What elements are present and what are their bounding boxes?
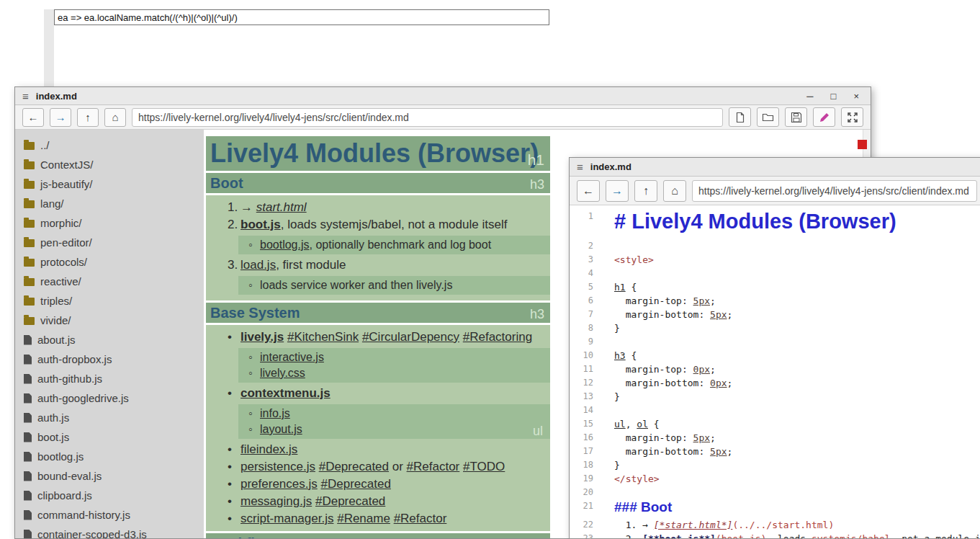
back-button[interactable]: ← [577,180,600,202]
editor-line[interactable]: 17 margin-bottom: 5px; [570,445,980,458]
back-button[interactable]: ← [22,108,44,127]
md-link[interactable]: interactive.js [260,351,324,363]
editor-line[interactable]: 7 margin-bottom: 5px; [570,308,980,321]
sidebar-item-container-scoped-d3-js[interactable]: container-scoped-d3.js [24,525,204,538]
forward-button[interactable]: → [606,180,629,202]
editor-line[interactable]: 3<style> [570,253,980,267]
md-list: •lively.js #KitchenSink #CircularDepency… [206,325,550,531]
close-button[interactable]: × [853,92,859,101]
editor-line[interactable]: 8} [570,321,980,335]
md-link[interactable]: #Deprecated [319,460,389,473]
md-link[interactable]: messaging.js [240,494,312,508]
home-button[interactable]: ⌂ [104,108,126,127]
line-number: 5 [570,280,604,294]
md-link[interactable]: fileindex.js [240,442,297,456]
sidebar-item-parent[interactable]: ../ [24,135,204,155]
editor-line[interactable]: 16 margin-top: 5px; [570,431,980,445]
md-link[interactable]: start.html [256,200,307,214]
code-editor[interactable]: 1# Lively4 Modules (Browser)23<style>45h… [570,205,980,538]
line-number: 23 [570,532,604,538]
md-link[interactable]: #Rename [337,512,390,525]
minimize-button[interactable]: ─ [806,92,813,101]
red-marker [858,140,867,149]
save-button[interactable] [785,107,807,127]
menu-icon[interactable]: ≡ [577,161,583,173]
sidebar-item-lang[interactable]: lang/ [24,194,204,213]
editor-line[interactable]: 4 [570,267,980,280]
forward-button[interactable]: → [50,108,71,127]
md-link[interactable]: #KitchenSink [287,330,359,344]
md-link[interactable]: #Deprecated [315,494,385,508]
sidebar-item-triples[interactable]: triples/ [24,291,204,311]
browser-window-right: ≡ index.md ← → ↑ ⌂ 1# Lively4 Modules (B… [569,157,980,539]
md-link[interactable]: bootlog.js [260,239,310,251]
titlebar-left[interactable]: ≡ index.md ─ □ × [15,87,871,105]
editor-line[interactable]: 21### Boot [570,499,980,518]
md-link[interactable]: #Refactoring [463,330,532,344]
maximize-button[interactable]: □ [831,92,837,101]
md-link[interactable]: contextmenu.js [240,386,331,400]
editor-line[interactable]: 2 [570,239,980,253]
editor-line[interactable]: 10h3 { [570,349,980,362]
md-link[interactable]: boot.js [240,218,281,231]
sidebar-item-reactive[interactable]: reactive/ [24,272,204,291]
sidebar-item-about-js[interactable]: about.js [24,330,204,349]
editor-line[interactable]: 5h1 { [570,280,980,294]
editor-line[interactable]: 1# Lively4 Modules (Browser) [570,210,980,239]
new-file-button[interactable] [729,107,751,127]
sidebar-item-vivide[interactable]: vivide/ [24,311,204,330]
md-link[interactable]: info.js [260,407,290,419]
sidebar-item-auth-dropbox-js[interactable]: auth-dropbox.js [24,349,204,369]
editor-line[interactable]: 14 [570,404,980,417]
md-link[interactable]: preferences.js [240,477,318,491]
fullscreen-button[interactable] [841,107,863,127]
md-link[interactable]: lively.css [260,367,305,379]
editor-line[interactable]: 9 [570,335,980,349]
editor-line[interactable]: 22 1. → [*start.html*](../../start.html) [570,518,980,532]
sidebar-item-protocols[interactable]: protocols/ [24,252,204,272]
sidebar-item-boot-js[interactable]: boot.js [24,427,204,447]
sidebar-item-pen-editor[interactable]: pen-editor/ [24,233,204,252]
menu-icon[interactable]: ≡ [22,90,29,102]
list-marker: • [228,493,240,510]
file-icon [24,471,32,481]
up-button[interactable]: ↑ [77,108,99,127]
md-link[interactable]: persistence.js [240,460,315,473]
editor-line[interactable]: 23 2. [**boot.js**](boot.js), loads syst… [570,532,980,538]
md-link[interactable]: #Refactor [394,512,447,525]
editor-line[interactable]: 20 [570,486,980,499]
sidebar-item-clipboard-js[interactable]: clipboard.js [24,486,204,505]
md-link[interactable]: load.js [240,258,276,272]
editor-line[interactable]: 13} [570,390,980,404]
md-link[interactable]: #Refactor [407,460,460,473]
editor-line[interactable]: 19</style> [570,472,980,486]
titlebar-right[interactable]: ≡ index.md [570,158,980,177]
sidebar-item-js-beautify[interactable]: js-beautify/ [24,174,204,194]
open-folder-button[interactable] [757,107,779,127]
editor-line[interactable]: 12 margin-bottom: 0px; [570,376,980,390]
sidebar-item-morphic[interactable]: morphic/ [24,213,204,233]
editor-line[interactable]: 15ul, ol { [570,417,980,431]
md-link[interactable]: #CircularDepency [362,330,459,344]
sidebar-item-auth-googledrive-js[interactable]: auth-googledrive.js [24,388,204,408]
sidebar-item-command-history-js[interactable]: command-history.js [24,505,204,525]
home-button[interactable]: ⌂ [663,180,686,202]
sidebar-item-auth-github-js[interactable]: auth-github.js [24,369,204,388]
filter-input[interactable] [54,9,549,25]
url-input[interactable] [132,108,723,127]
url-input[interactable] [692,180,977,202]
sidebar-item-auth-js[interactable]: auth.js [24,408,204,427]
md-link[interactable]: script-manager.js [240,512,333,525]
sidebar-item-bound-eval-js[interactable]: bound-eval.js [24,466,204,486]
md-link[interactable]: #TODO [463,460,505,473]
up-button[interactable]: ↑ [634,180,657,202]
md-link[interactable]: layout.js [260,423,302,435]
sidebar-item-contextjs[interactable]: ContextJS/ [24,155,204,174]
edit-button[interactable] [813,107,835,127]
editor-line[interactable]: 18} [570,458,980,472]
md-link[interactable]: #Deprecated [321,477,391,491]
editor-line[interactable]: 6 margin-top: 5px; [570,294,980,308]
editor-line[interactable]: 11 margin-top: 0px; [570,362,980,376]
md-link[interactable]: lively.js [240,330,284,344]
sidebar-item-bootlog-js[interactable]: bootlog.js [24,447,204,466]
